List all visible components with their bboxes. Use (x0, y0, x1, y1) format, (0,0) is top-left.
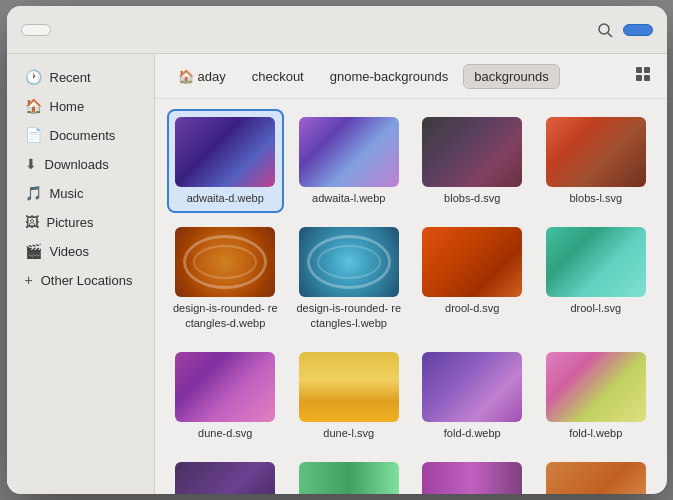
sidebar-label-downloads: Downloads (45, 157, 109, 172)
file-item-design-rounded-d[interactable]: design-is-rounded- rectangles-d.webp (167, 219, 285, 338)
breadcrumb-label-checkout: checkout (252, 69, 304, 84)
videos-icon: 🎬 (25, 243, 42, 259)
file-item-adwaita-d[interactable]: adwaita-d.webp (167, 109, 285, 213)
sidebar-label-videos: Videos (50, 244, 90, 259)
sidebar-item-downloads[interactable]: ⬇Downloads (11, 150, 150, 178)
file-thumb-blobs-d (422, 117, 522, 187)
sidebar: 🕐Recent🏠Home📄Documents⬇Downloads🎵Music🖼P… (7, 54, 155, 494)
file-item-drool-d[interactable]: drool-d.svg (414, 219, 532, 338)
music-icon: 🎵 (25, 185, 42, 201)
other-icon: + (25, 272, 33, 288)
file-picker-dialog: 🕐Recent🏠Home📄Documents⬇Downloads🎵Music🖼P… (7, 6, 667, 494)
file-item-fold-d[interactable]: fold-d.webp (414, 344, 532, 448)
file-item-partial4[interactable] (537, 454, 655, 494)
file-thumb-drool-l (546, 227, 646, 297)
home-icon: 🏠 (25, 98, 42, 114)
file-item-dune-d[interactable]: dune-d.svg (167, 344, 285, 448)
file-name-design-rounded-l: design-is-rounded- rectangles-l.webp (296, 301, 402, 330)
dialog-body: 🕐Recent🏠Home📄Documents⬇Downloads🎵Music🖼P… (7, 54, 667, 494)
breadcrumb-aday[interactable]: 🏠aday (167, 64, 237, 89)
grid-icon (635, 66, 651, 82)
grid-view-toggle[interactable] (631, 62, 655, 90)
file-thumb-partial1 (175, 462, 275, 494)
svg-line-1 (608, 33, 612, 37)
file-name-dune-d: dune-d.svg (198, 426, 252, 440)
file-thumb-partial2 (299, 462, 399, 494)
search-button[interactable] (593, 18, 617, 42)
file-item-drool-l[interactable]: drool-l.svg (537, 219, 655, 338)
downloads-icon: ⬇ (25, 156, 37, 172)
sidebar-label-recent: Recent (50, 70, 91, 85)
file-thumb-blobs-l (546, 117, 646, 187)
file-thumb-fold-d (422, 352, 522, 422)
file-name-blobs-d: blobs-d.svg (444, 191, 500, 205)
sidebar-label-other: Other Locations (41, 273, 133, 288)
svg-rect-5 (644, 75, 650, 81)
file-name-blobs-l: blobs-l.svg (569, 191, 622, 205)
file-item-fold-l[interactable]: fold-l.webp (537, 344, 655, 448)
svg-rect-2 (636, 67, 642, 73)
dialog-header (7, 6, 667, 54)
file-thumb-fold-l (546, 352, 646, 422)
cancel-button[interactable] (21, 24, 51, 36)
breadcrumb-backgrounds[interactable]: backgrounds (463, 64, 559, 89)
search-icon (597, 22, 613, 38)
sidebar-item-videos[interactable]: 🎬Videos (11, 237, 150, 265)
breadcrumb-label-gnome-backgrounds: gnome-backgrounds (330, 69, 449, 84)
file-thumb-dune-d (175, 352, 275, 422)
sidebar-item-recent[interactable]: 🕐Recent (11, 63, 150, 91)
sidebar-item-home[interactable]: 🏠Home (11, 92, 150, 120)
open-button[interactable] (623, 24, 653, 36)
file-name-adwaita-l: adwaita-l.webp (312, 191, 385, 205)
sidebar-label-home: Home (50, 99, 85, 114)
breadcrumb-gnome-backgrounds[interactable]: gnome-backgrounds (319, 64, 460, 89)
file-thumb-drool-d (422, 227, 522, 297)
header-right (553, 18, 653, 42)
file-name-drool-d: drool-d.svg (445, 301, 499, 315)
breadcrumb-label-backgrounds: backgrounds (474, 69, 548, 84)
svg-rect-4 (636, 75, 642, 81)
file-thumb-design-rounded-d (175, 227, 275, 297)
file-name-fold-d: fold-d.webp (444, 426, 501, 440)
file-item-adwaita-l[interactable]: adwaita-l.webp (290, 109, 408, 213)
sidebar-item-other[interactable]: +Other Locations (11, 266, 150, 294)
breadcrumb-label-aday: aday (198, 69, 226, 84)
breadcrumb-checkout[interactable]: checkout (241, 64, 315, 89)
breadcrumb-bar: 🏠adaycheckoutgnome-backgroundsbackground… (155, 54, 667, 99)
file-name-dune-l: dune-l.svg (323, 426, 374, 440)
file-name-design-rounded-d: design-is-rounded- rectangles-d.webp (173, 301, 279, 330)
main-area: 🏠adaycheckoutgnome-backgroundsbackground… (155, 54, 667, 494)
file-thumb-adwaita-d (175, 117, 275, 187)
file-item-partial1[interactable] (167, 454, 285, 494)
sidebar-label-documents: Documents (50, 128, 116, 143)
home-icon: 🏠 (178, 69, 194, 84)
file-name-adwaita-d: adwaita-d.webp (187, 191, 264, 205)
file-thumb-partial4 (546, 462, 646, 494)
file-name-fold-l: fold-l.webp (569, 426, 622, 440)
file-thumb-design-rounded-l (299, 227, 399, 297)
file-item-blobs-d[interactable]: blobs-d.svg (414, 109, 532, 213)
file-item-design-rounded-l[interactable]: design-is-rounded- rectangles-l.webp (290, 219, 408, 338)
file-grid: adwaita-d.webpadwaita-l.webpblobs-d.svgb… (155, 99, 667, 494)
pictures-icon: 🖼 (25, 214, 39, 230)
sidebar-item-documents[interactable]: 📄Documents (11, 121, 150, 149)
file-thumb-dune-l (299, 352, 399, 422)
file-item-partial2[interactable] (290, 454, 408, 494)
documents-icon: 📄 (25, 127, 42, 143)
sidebar-label-music: Music (50, 186, 84, 201)
sidebar-item-pictures[interactable]: 🖼Pictures (11, 208, 150, 236)
file-item-dune-l[interactable]: dune-l.svg (290, 344, 408, 448)
file-name-drool-l: drool-l.svg (570, 301, 621, 315)
sidebar-label-pictures: Pictures (47, 215, 94, 230)
file-thumb-adwaita-l (299, 117, 399, 187)
sidebar-item-music[interactable]: 🎵Music (11, 179, 150, 207)
file-item-blobs-l[interactable]: blobs-l.svg (537, 109, 655, 213)
header-left (21, 24, 121, 36)
file-item-partial3[interactable] (414, 454, 532, 494)
svg-rect-3 (644, 67, 650, 73)
recent-icon: 🕐 (25, 69, 42, 85)
file-thumb-partial3 (422, 462, 522, 494)
